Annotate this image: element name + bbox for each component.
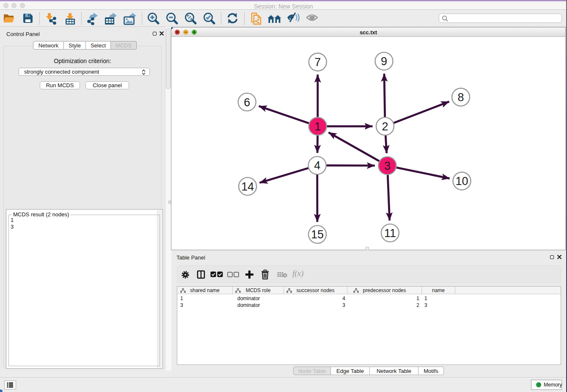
svg-text:4: 4: [314, 159, 320, 172]
svg-text:3: 3: [384, 160, 391, 172]
svg-text:9: 9: [381, 55, 387, 68]
svg-text:11: 11: [384, 227, 396, 240]
svg-text:2: 2: [382, 120, 388, 133]
svg-text:7: 7: [314, 56, 321, 69]
svg-text:1: 1: [314, 120, 321, 133]
svg-text:15: 15: [311, 228, 324, 241]
svg-text:8: 8: [457, 91, 464, 104]
svg-text:14: 14: [241, 180, 254, 193]
svg-text:10: 10: [455, 175, 468, 188]
svg-text:6: 6: [244, 96, 250, 109]
